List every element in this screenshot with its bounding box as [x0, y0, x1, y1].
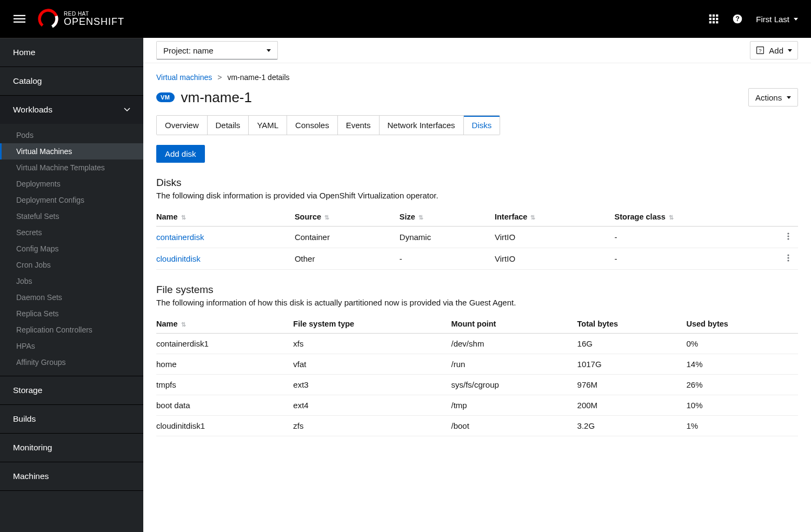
help-icon[interactable]: ? — [732, 14, 743, 24]
disks-col-source[interactable]: Source⇅ — [295, 208, 400, 227]
nav-section-machines[interactable]: Machines — [0, 462, 143, 490]
sort-icon: ⇅ — [418, 214, 423, 221]
nav-section-builds[interactable]: Builds — [0, 405, 143, 433]
nav-item-daemon-sets[interactable]: Daemon Sets — [0, 289, 143, 305]
disk-link[interactable]: containerdisk — [156, 232, 204, 242]
cell: containerdisk1 — [156, 334, 293, 354]
tabs: OverviewDetailsYAMLConsolesEventsNetwork… — [156, 115, 500, 135]
add-menu[interactable]: ? Add — [750, 41, 798, 59]
kebab-icon — [784, 232, 793, 241]
fs-col-total-bytes[interactable]: Total bytes — [577, 315, 687, 334]
row-kebab[interactable] — [783, 248, 798, 270]
nav-section-label: Workloads — [13, 105, 52, 115]
cell: 3.2G — [577, 416, 687, 436]
tab-consoles[interactable]: Consoles — [287, 116, 338, 135]
sort-icon: ⇅ — [324, 214, 329, 221]
nav-item-deployments[interactable]: Deployments — [0, 176, 143, 192]
disks-col-storage-class[interactable]: Storage class⇅ — [615, 208, 783, 227]
nav-item-cron-jobs[interactable]: Cron Jobs — [0, 257, 143, 273]
tab-network-interfaces[interactable]: Network Interfaces — [380, 116, 464, 135]
user-menu[interactable]: First Last — [756, 15, 798, 24]
nav-item-replication-controllers[interactable]: Replication Controllers — [0, 322, 143, 338]
row-kebab[interactable] — [783, 227, 798, 248]
nav-item-pods[interactable]: Pods — [0, 127, 143, 143]
sort-icon: ⇅ — [669, 214, 674, 221]
tab-details[interactable]: Details — [208, 116, 249, 135]
table-row: containerdiskContainerDynamicVirtIO- — [156, 227, 798, 248]
cell: home — [156, 354, 293, 375]
svg-point-23 — [787, 260, 789, 261]
cell: Container — [295, 227, 400, 248]
nav-item-hpas[interactable]: HPAs — [0, 338, 143, 354]
nav-section-monitoring[interactable]: Monitoring — [0, 434, 143, 462]
sidebar: HomeCatalogWorkloadsPodsVirtual Machines… — [0, 38, 143, 532]
nav-section-catalog[interactable]: Catalog — [0, 67, 143, 95]
fs-col-mount-point[interactable]: Mount point — [451, 315, 577, 334]
svg-rect-5 — [709, 15, 712, 17]
table-row: homevfat/run1017G14% — [156, 354, 798, 375]
caret-down-icon — [267, 49, 271, 52]
fs-col-file-system-type[interactable]: File system type — [293, 315, 451, 334]
brand: RED HAT OPENSHIFT — [38, 9, 124, 29]
nav-section-workloads[interactable]: Workloads — [0, 96, 143, 124]
user-name: First Last — [756, 15, 789, 24]
disks-col-interface[interactable]: Interface⇅ — [495, 208, 615, 227]
nav-item-virtual-machine-templates[interactable]: Virtual Machine Templates — [0, 159, 143, 176]
tab-overview[interactable]: Overview — [157, 116, 208, 135]
nav-section-storage[interactable]: Storage — [0, 376, 143, 404]
table-row: cloudinitdisk1zfs/boot3.2G1% — [156, 416, 798, 436]
nav-item-secrets[interactable]: Secrets — [0, 224, 143, 241]
nav-item-deployment-configs[interactable]: Deployment Configs — [0, 192, 143, 208]
nav-section-home[interactable]: Home — [0, 38, 143, 66]
tab-disks[interactable]: Disks — [464, 116, 500, 135]
nav-item-virtual-machines[interactable]: Virtual Machines — [0, 143, 143, 159]
svg-text:?: ? — [759, 48, 762, 54]
svg-rect-1 — [14, 18, 25, 19]
disks-table: Name⇅Source⇅Size⇅Interface⇅Storage class… — [156, 208, 798, 270]
nav-item-replica-sets[interactable]: Replica Sets — [0, 305, 143, 322]
cell: 26% — [686, 375, 798, 395]
project-selector[interactable]: Project: name — [156, 41, 278, 59]
disk-link[interactable]: cloudinitdisk — [156, 254, 201, 263]
cell: cloudinitdisk1 — [156, 416, 293, 436]
fs-col-used-bytes[interactable]: Used bytes — [686, 315, 798, 334]
svg-rect-13 — [716, 21, 718, 23]
cell: zfs — [293, 416, 451, 436]
breadcrumb-parent-link[interactable]: Virtual machines — [156, 73, 212, 82]
nav-section-label: Catalog — [13, 76, 42, 86]
nav-item-config-maps[interactable]: Config Maps — [0, 241, 143, 257]
breadcrumb-sep: > — [217, 73, 222, 82]
project-toolbar: Project: name ? Add — [143, 38, 811, 63]
table-row: tmpfsext3sys/fs/cgroup976M26% — [156, 375, 798, 395]
actions-dropdown[interactable]: Actions — [748, 88, 798, 107]
svg-point-18 — [787, 232, 789, 234]
svg-point-19 — [787, 235, 789, 237]
tab-yaml[interactable]: YAML — [249, 116, 287, 135]
fs-col-name[interactable]: Name⇅ — [156, 315, 293, 334]
svg-rect-2 — [14, 22, 25, 23]
cell: 0% — [686, 334, 798, 354]
nav-item-jobs[interactable]: Jobs — [0, 273, 143, 289]
cell: xfs — [293, 334, 451, 354]
table-row: cloudinitdiskOther-VirtIO- — [156, 248, 798, 270]
nav-section-label: Home — [13, 48, 35, 57]
cell: boot data — [156, 395, 293, 416]
cell: 200M — [577, 395, 687, 416]
apps-grid-icon[interactable] — [708, 14, 719, 24]
cell: 1% — [686, 416, 798, 436]
nav-item-stateful-sets[interactable]: Stateful Sets — [0, 208, 143, 224]
caret-down-icon — [794, 18, 798, 21]
cell: Dynamic — [400, 227, 495, 248]
tab-events[interactable]: Events — [338, 116, 380, 135]
nav-item-affinity-groups[interactable]: Affinity Groups — [0, 354, 143, 370]
add-disk-button[interactable]: Add disk — [156, 145, 205, 163]
disks-col-size[interactable]: Size⇅ — [400, 208, 495, 227]
svg-rect-0 — [14, 15, 25, 16]
project-selector-label: Project: name — [163, 46, 214, 55]
brand-bottom-text: OPENSHIFT — [64, 17, 124, 26]
cell: 14% — [686, 354, 798, 375]
disks-col-name[interactable]: Name⇅ — [156, 208, 295, 227]
kebab-icon — [784, 254, 793, 262]
menu-toggle[interactable] — [8, 7, 31, 31]
cell: 10% — [686, 395, 798, 416]
